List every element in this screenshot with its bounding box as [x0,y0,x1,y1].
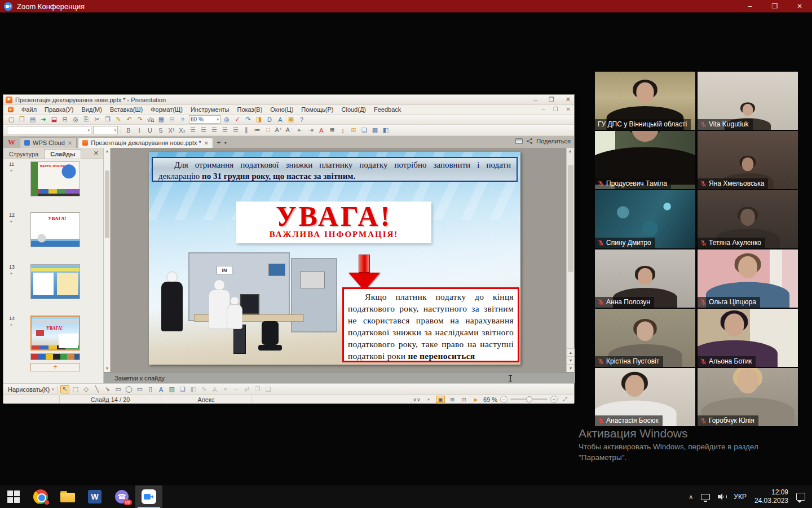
underline-button[interactable]: U [145,126,155,134]
scroll-up-icon[interactable]: ▲ [104,148,111,155]
dash-style-button[interactable]: ╌ [232,385,241,393]
zoom-level-combo[interactable]: 60 %▾ [189,115,220,124]
skills-shop-icon[interactable]: ◨ [254,115,263,124]
slide-thumbnail-11[interactable]: ВАРТО ЗНАТИ! [30,161,80,196]
participant-tile[interactable]: Продусевич Таміла [595,131,695,189]
vertical-text-button[interactable]: ▯ [146,385,155,393]
format-painter-icon[interactable]: ✎ [114,115,123,124]
participant-tile[interactable]: Спину Дмитро [595,190,695,248]
participant-tile[interactable]: Яна Хмельовська [698,131,798,189]
scroll-down-icon[interactable]: ▼ [567,364,575,372]
insert-picture-button[interactable]: ▨ [167,385,176,393]
grow-font-button[interactable]: A⁺ [274,126,283,134]
file-explorer-taskbar-button[interactable] [54,485,81,508]
menu-item-5[interactable]: Формат(Щ) [147,106,187,113]
font-name-combo[interactable]: ▾ [7,126,91,134]
grid-icon[interactable]: ⌗ [178,115,187,124]
indent-increase-button[interactable]: ⇥ [306,126,315,134]
zoom-slider-knob[interactable] [526,396,532,402]
threed-style-button[interactable]: ❑ [264,385,273,393]
arrow-tool-button[interactable]: ➘ [103,385,112,393]
formula-icon[interactable]: √a [146,115,155,124]
menu-item-9[interactable]: Помощь(Р) [297,106,337,113]
draw-menu-button[interactable]: Нарисовать(К)▾ [8,386,54,393]
zoom-taskbar-button[interactable] [135,485,162,508]
slide-thumbnail-14[interactable]: УВАГА! [30,316,80,351]
reading-view-button[interactable]: ⊡ [460,396,469,403]
participant-tile[interactable]: Анна Полозун [595,249,695,308]
tray-expand-icon[interactable]: ∧ [689,493,693,501]
insert-table-icon[interactable]: ▦ [157,115,166,124]
shapes-menu-button[interactable]: ◇ [82,385,91,393]
tab-structure[interactable]: Структура [3,150,44,159]
slide-layout-button[interactable]: ❏ [360,126,369,134]
tab-slides[interactable]: Слайды [44,149,81,159]
view-caret[interactable]: ▾ [424,396,433,403]
italic-button[interactable]: I [135,126,144,134]
minimize-button[interactable]: – [738,0,762,12]
align-left-button[interactable]: ☰ [188,126,197,134]
bold-button[interactable]: B [124,126,133,134]
document-tab-1[interactable]: WPS Cloud✕ [20,137,77,148]
export-icon[interactable]: ➜ [39,115,48,124]
line-color-button[interactable]: ✎ [200,385,209,393]
undo-icon[interactable]: ↶ [125,115,134,124]
assistant-a-icon[interactable]: A [276,115,285,124]
text-box-button[interactable]: ▭ [135,385,144,393]
viber-taskbar-button[interactable]: ☎88 [108,485,135,508]
menu-item-8[interactable]: Окно(Ц) [266,106,297,113]
justify-button[interactable]: ☰ [220,126,230,134]
shrink-font-button[interactable]: A⁻ [285,126,294,134]
export-pdf-icon[interactable]: ⬓ [50,115,59,124]
align-center-button[interactable]: ☰ [199,126,208,134]
redo-icon[interactable]: ↷ [135,115,144,124]
insert-table-button[interactable]: ▦ [370,126,379,134]
menu-item-4[interactable]: Вставка(Ш) [106,106,147,113]
next-slide-button[interactable]: ▼ [567,356,575,364]
font-size-combo[interactable]: ▾ [93,126,118,134]
new-slide-button[interactable]: ⊞ [349,126,358,134]
restore-button[interactable]: ❐ [762,0,787,12]
network-display-icon[interactable] [701,494,710,500]
scroll-down-icon[interactable]: ▼ [104,365,111,372]
zoom-slider[interactable] [510,398,548,400]
shadow-style-button[interactable]: ❐ [253,385,262,393]
share-button[interactable]: Поделиться [536,138,571,144]
zoom-in-button[interactable]: + [550,396,558,403]
indent-decrease-button[interactable]: ⇤ [295,126,304,134]
participant-tile[interactable]: Альона Ботик [698,309,798,367]
doc-close-button[interactable]: ✕ [566,106,571,112]
warning-textbox[interactable]: Якщо платник податку до кінця податковог… [342,287,519,362]
slide-thumbnail-12[interactable]: УВАГА! [30,212,80,247]
paragraph-spacing-button[interactable]: ≣ [328,126,337,134]
wordart-button[interactable]: A [157,385,166,393]
tab-close-icon[interactable]: ✕ [204,140,209,146]
numbering-button[interactable]: ≔ [253,126,262,134]
new-tab-button[interactable]: + [214,138,224,148]
speaker-icon[interactable] [718,493,726,500]
menu-item-10[interactable]: Cloud(Д) [338,106,370,113]
status-view-toggle[interactable]: ∨∨ [412,396,421,403]
slide-canvas[interactable]: Для отримання податкової знижки платнику… [149,152,520,365]
paste-icon[interactable]: ❐ [103,115,112,124]
close-button[interactable]: ✕ [787,0,812,12]
menu-item-3[interactable]: Вид(М) [78,106,106,113]
bullets-button[interactable]: ∷ [263,126,272,134]
next-slide-thumbnail-edge[interactable] [30,353,80,360]
cut-icon[interactable]: ✂ [92,115,102,124]
subscript-button[interactable]: X₂ [178,126,187,134]
settings-button[interactable]: ◧ [381,126,390,134]
attention-textbox[interactable]: УВАГА! ВАЖЛИВА ІНФОРМАЦІЯ! [236,202,431,243]
document-tab-2[interactable]: Презентація декларування нове.pptx *✕ [78,137,213,148]
add-slide-button[interactable]: + [30,363,80,371]
previous-slide-button[interactable]: ▲ [567,348,575,356]
pres-close-button[interactable]: ✕ [566,96,571,103]
draw-font-color-button[interactable]: A [210,385,219,393]
align-right-button[interactable]: ☰ [210,126,219,134]
doc-minimize-button[interactable]: – [542,106,545,112]
zoom-out-button[interactable]: − [500,396,508,403]
line-spacing-button[interactable]: ↕ [338,126,347,134]
slide-banner-textbox[interactable]: Для отримання податкової знижки платнику… [152,157,518,182]
participant-tile[interactable]: Крістіна Пустовіт [595,309,695,367]
text-direction-button[interactable]: ∥ [242,126,251,134]
